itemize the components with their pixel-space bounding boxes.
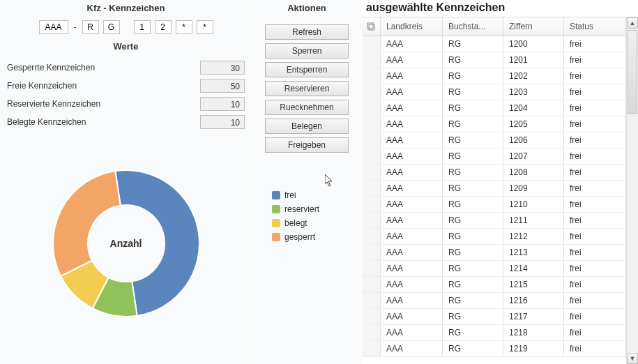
- cell-ziffern: 1210: [503, 197, 564, 212]
- cell-ziffern: 1212: [503, 229, 564, 244]
- cell-status: frei: [564, 181, 626, 196]
- table-row[interactable]: AAARG1200frei: [362, 36, 626, 52]
- table-row[interactable]: AAARG1214frei: [362, 261, 626, 277]
- landkreis-input[interactable]: [39, 20, 68, 34]
- cell-landkreis: AAA: [381, 309, 443, 324]
- cell-status: frei: [564, 245, 626, 260]
- cell-buchstaben: RG: [443, 100, 503, 116]
- table-row[interactable]: AAARG1205frei: [362, 116, 626, 132]
- legend-item: gesperrt: [272, 230, 319, 244]
- row-selector[interactable]: [362, 84, 381, 100]
- row-selector[interactable]: [362, 165, 381, 180]
- b2-input[interactable]: [103, 20, 120, 34]
- table-row[interactable]: AAARG1211frei: [362, 213, 626, 229]
- row-selector[interactable]: [362, 52, 381, 68]
- select-all-icon[interactable]: [362, 17, 381, 36]
- table-row[interactable]: AAARG1210frei: [362, 197, 626, 213]
- col-landkreis[interactable]: Landkreis: [381, 17, 443, 36]
- row-selector[interactable]: [362, 229, 381, 244]
- row-selector[interactable]: [362, 132, 381, 148]
- table-scrollbar[interactable]: ▲ ▼: [626, 17, 638, 364]
- row-selector[interactable]: [362, 309, 381, 324]
- row-selector[interactable]: [362, 261, 381, 276]
- cell-buchstaben: RG: [443, 84, 503, 100]
- table-row[interactable]: AAARG1215frei: [362, 277, 626, 293]
- scroll-up-button[interactable]: ▲: [627, 17, 638, 29]
- row-selector[interactable]: [362, 293, 381, 308]
- entsperren-button[interactable]: Entsperren: [265, 62, 349, 77]
- row-selector[interactable]: [362, 68, 381, 84]
- row-selector[interactable]: [362, 197, 381, 212]
- freigeben-button[interactable]: Freigeben: [265, 137, 349, 153]
- row-selector[interactable]: [362, 277, 381, 292]
- sperren-button[interactable]: Sperren: [265, 43, 349, 59]
- row-selector[interactable]: [362, 116, 381, 132]
- refresh-button[interactable]: Refresh: [265, 24, 349, 40]
- scroll-down-button[interactable]: ▼: [627, 353, 638, 364]
- table-row[interactable]: AAARG1216frei: [362, 293, 626, 309]
- d2-input[interactable]: [155, 20, 172, 34]
- reservieren-button[interactable]: Reservieren: [265, 81, 349, 96]
- cell-ziffern: 1207: [503, 149, 564, 164]
- table-row[interactable]: AAARG1207frei: [362, 149, 626, 165]
- cell-status: frei: [564, 229, 626, 244]
- row-selector[interactable]: [362, 181, 381, 196]
- d1-input[interactable]: [134, 20, 151, 34]
- table-row[interactable]: AAARG1219frei: [362, 341, 626, 357]
- table-row[interactable]: AAARG1206frei: [362, 132, 626, 149]
- cell-ziffern: 1203: [503, 84, 564, 100]
- table-row[interactable]: AAARG1209frei: [362, 181, 626, 197]
- svg-rect-1: [369, 24, 374, 30]
- table-row[interactable]: AAARG1208frei: [362, 165, 626, 181]
- d3-input[interactable]: [176, 20, 192, 34]
- d4-input[interactable]: [197, 20, 213, 34]
- section-title-aktionen: Aktionen: [252, 3, 361, 13]
- cell-status: frei: [564, 261, 626, 276]
- cell-buchstaben: RG: [443, 213, 503, 228]
- cell-status: frei: [564, 293, 626, 308]
- cell-buchstaben: RG: [443, 277, 503, 292]
- table-row[interactable]: AAARG1218frei: [362, 325, 626, 341]
- row-selector[interactable]: [362, 325, 381, 340]
- cell-status: frei: [564, 197, 626, 212]
- row-selector[interactable]: [362, 341, 381, 356]
- section-title-werte: Werte: [0, 41, 252, 52]
- row-selector[interactable]: [362, 36, 381, 52]
- row-selector[interactable]: [362, 100, 381, 116]
- legend-swatch: [272, 191, 280, 199]
- table-row[interactable]: AAARG1213frei: [362, 245, 626, 261]
- col-status[interactable]: Status: [564, 17, 626, 36]
- cell-buchstaben: RG: [443, 68, 503, 84]
- cell-ziffern: 1217: [503, 309, 564, 324]
- cell-ziffern: 1209: [503, 181, 564, 196]
- scroll-thumb[interactable]: [628, 30, 637, 114]
- belegen-button[interactable]: Belegen: [265, 119, 349, 134]
- cell-status: frei: [564, 52, 626, 68]
- table-header: Landkreis Buchsta... Ziffern Status: [362, 17, 626, 36]
- table-row[interactable]: AAARG1203frei: [362, 84, 626, 100]
- table-row[interactable]: AAARG1212frei: [362, 229, 626, 245]
- legend-item: frei: [272, 188, 319, 202]
- table-row[interactable]: AAARG1202frei: [362, 68, 626, 84]
- cell-buchstaben: RG: [443, 165, 503, 180]
- b1-input[interactable]: [82, 20, 99, 34]
- cell-landkreis: AAA: [381, 52, 443, 68]
- table-row[interactable]: AAARG1201frei: [362, 52, 626, 68]
- col-buchstaben[interactable]: Buchsta...: [443, 17, 503, 36]
- legend-label: belegt: [284, 218, 307, 228]
- cell-status: frei: [564, 149, 626, 164]
- cell-status: frei: [564, 116, 626, 132]
- cell-buchstaben: RG: [443, 132, 503, 148]
- ruecknehmen-button[interactable]: Ruecknehmen: [265, 100, 349, 115]
- table-row[interactable]: AAARG1204frei: [362, 100, 626, 116]
- row-selector[interactable]: [362, 149, 381, 164]
- col-ziffern[interactable]: Ziffern: [503, 17, 564, 36]
- table-row[interactable]: AAARG1217frei: [362, 309, 626, 325]
- cell-landkreis: AAA: [381, 197, 443, 212]
- row-selector[interactable]: [362, 245, 381, 260]
- cell-buchstaben: RG: [443, 309, 503, 324]
- werte-row: Reservierte Kennzeichen10: [7, 95, 245, 113]
- cell-ziffern: 1200: [503, 36, 564, 52]
- cell-status: frei: [564, 132, 626, 148]
- row-selector[interactable]: [362, 213, 381, 228]
